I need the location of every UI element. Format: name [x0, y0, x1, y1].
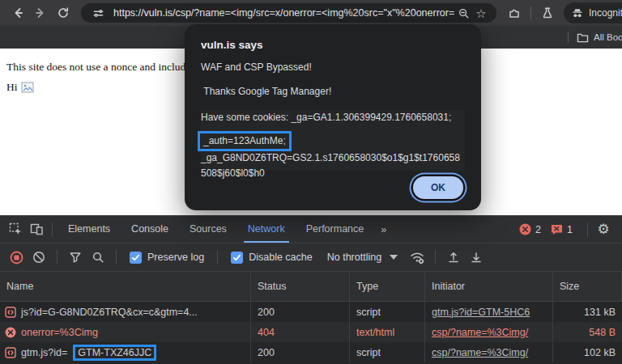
broken-image-icon — [21, 82, 35, 94]
issue-count: 1 — [567, 224, 573, 235]
tab-performance[interactable]: Performance — [296, 216, 375, 243]
request-size: 548 B — [553, 322, 622, 342]
table-row[interactable]: onerror=%3Cimg 404 text/html csp/?name=%… — [0, 322, 622, 342]
all-bookmarks-label: All Bookmarks — [594, 32, 622, 42]
network-conditions-icon[interactable] — [407, 248, 427, 267]
page-text-line2: Hi — [6, 81, 35, 94]
tab-sources[interactable]: Sources — [179, 216, 237, 243]
console-errors-badge[interactable]: 2 — [519, 223, 541, 235]
tab-console[interactable]: Console — [121, 216, 179, 243]
request-type: text/html — [350, 322, 425, 342]
back-icon[interactable] — [6, 2, 29, 24]
disable-cache-label: Disable cache — [249, 252, 313, 263]
import-har-icon[interactable] — [444, 248, 463, 267]
request-size: 102 kB — [553, 342, 622, 362]
dialog-message-2: Thanks Google Tag Manager! — [201, 86, 465, 97]
more-tabs-icon[interactable]: » — [374, 224, 393, 235]
settings-gear-icon[interactable]: ⚙ — [593, 219, 614, 240]
zoom-icon[interactable] — [454, 4, 472, 22]
flask-icon[interactable] — [536, 2, 559, 24]
browser-toolbar: https://vuln.is/csp/?name=<img/src=x/one… — [0, 0, 622, 26]
extensions-icon[interactable] — [503, 2, 526, 24]
column-header-initiator[interactable]: Initiator — [425, 272, 553, 301]
inspect-element-icon[interactable] — [5, 219, 26, 240]
net-separator-2 — [116, 250, 117, 265]
search-icon[interactable] — [88, 248, 108, 267]
preserve-log-checkbox[interactable]: Preserve log — [125, 252, 209, 264]
url-text[interactable]: https://vuln.is/csp/?name=<img/src=x/one… — [113, 7, 454, 19]
tab-elements[interactable]: Elements — [58, 216, 121, 243]
devtools-tabbar: Elements Console Sources Network Perform… — [0, 216, 622, 243]
error-circle-icon — [5, 327, 16, 338]
tabbar-separator-2 — [587, 222, 588, 237]
request-status: 200 — [251, 342, 350, 362]
reload-icon[interactable] — [52, 2, 75, 24]
column-header-name[interactable]: Name — [0, 272, 251, 301]
checkbox-checked-icon — [130, 252, 142, 264]
request-type: script — [350, 342, 425, 362]
tab-network[interactable]: Network — [237, 216, 296, 243]
network-table-header: Name Status Type Initiator Size — [0, 272, 622, 302]
request-size: 131 kB — [553, 302, 622, 322]
network-toolbar: Preserve log Disable cache No throttling — [0, 243, 622, 272]
export-har-icon[interactable] — [466, 248, 486, 267]
disable-cache-checkbox[interactable]: Disable cache — [226, 252, 317, 264]
throttling-value: No throttling — [327, 252, 381, 263]
ok-button[interactable]: OK — [413, 176, 463, 199]
column-header-type[interactable]: Type — [350, 272, 425, 301]
cookies-line: Have some cookies: _ga=GA1.1.306399429.1… — [201, 110, 465, 130]
column-header-status[interactable]: Status — [251, 272, 350, 301]
net-separator-3 — [217, 250, 218, 265]
table-row[interactable]: js?id=G-G8ND0Z6TRQ&cx=c&gtm=4... 200 scr… — [0, 302, 622, 322]
issues-icon — [551, 224, 563, 235]
issues-badge[interactable]: 1 — [551, 224, 573, 235]
request-name: gtm.js?id= — [21, 347, 67, 358]
net-separator-1 — [57, 250, 58, 265]
preserve-log-label: Preserve log — [147, 252, 204, 263]
tabbar-separator — [52, 222, 53, 237]
filter-icon[interactable] — [66, 248, 85, 267]
highlighted-auth-cookie: _auth=123AuthMe; — [198, 131, 292, 151]
script-file-icon — [5, 347, 16, 358]
browser-window: https://vuln.is/csp/?name=<img/src=x/one… — [0, 0, 622, 364]
column-header-size[interactable]: Size — [553, 272, 622, 301]
error-circle-icon — [519, 223, 531, 235]
highlighted-gtm-id: GTM-TXZ46JJC — [73, 345, 156, 361]
dialog-title: vuln.is says — [201, 39, 465, 51]
request-type: script — [350, 302, 425, 322]
devtools-panel: Elements Console Sources Network Perform… — [0, 215, 622, 364]
device-toolbar-icon[interactable] — [26, 219, 47, 240]
script-file-icon — [5, 307, 16, 318]
hi-text: Hi — [6, 81, 18, 94]
chevron-down-icon — [390, 255, 398, 260]
forward-icon[interactable] — [29, 2, 52, 24]
throttling-select[interactable]: No throttling — [321, 252, 404, 263]
request-name: onerror=%3Cimg — [21, 327, 98, 338]
incognito-label: Incognito — [589, 7, 622, 19]
table-row[interactable]: gtm.js?id=GTM-TXZ46JJC 200 script csp/?n… — [0, 342, 622, 362]
all-bookmarks-button[interactable]: All Bookmarks — [577, 32, 622, 43]
toolbar-separator — [530, 6, 531, 19]
net-separator-4 — [435, 250, 436, 265]
dialog-message-1: WAF and CSP Bypassed! — [201, 61, 465, 73]
initiator-link[interactable]: csp/?name=%3Cimg/ — [432, 327, 528, 338]
dialog-cookies: Have some cookies: _ga=GA1.1.306399429.1… — [201, 110, 465, 171]
record-network-log-icon[interactable] — [6, 248, 26, 267]
request-status: 200 — [251, 302, 350, 322]
checkbox-checked-icon-2 — [231, 252, 243, 264]
incognito-icon — [570, 6, 585, 20]
incognito-badge[interactable]: Incognito — [564, 2, 622, 23]
bookmarks-separator — [568, 32, 569, 43]
initiator-link[interactable]: csp/?name=%3Cimg/ — [432, 347, 528, 358]
address-bar[interactable]: https://vuln.is/csp/?name=<img/src=x/one… — [81, 3, 496, 23]
error-count: 2 — [535, 224, 541, 235]
clear-network-log-icon[interactable] — [29, 248, 49, 267]
alert-dialog: vuln.is says WAF and CSP Bypassed! Thank… — [185, 24, 481, 210]
folder-icon — [577, 32, 589, 43]
request-status: 404 — [251, 322, 350, 342]
site-settings-icon[interactable] — [89, 4, 107, 22]
initiator-link[interactable]: gtm.js?id=GTM-5HC6 — [432, 307, 530, 318]
bookmark-star-icon[interactable]: ☆ — [472, 4, 490, 22]
cookie-tail: _ga_G8ND0Z6TRQ=GS2.1.s1760658030$o1$g1$t… — [201, 150, 465, 171]
request-name: js?id=G-G8ND0Z6TRQ&cx=c&gtm=4... — [21, 307, 198, 318]
